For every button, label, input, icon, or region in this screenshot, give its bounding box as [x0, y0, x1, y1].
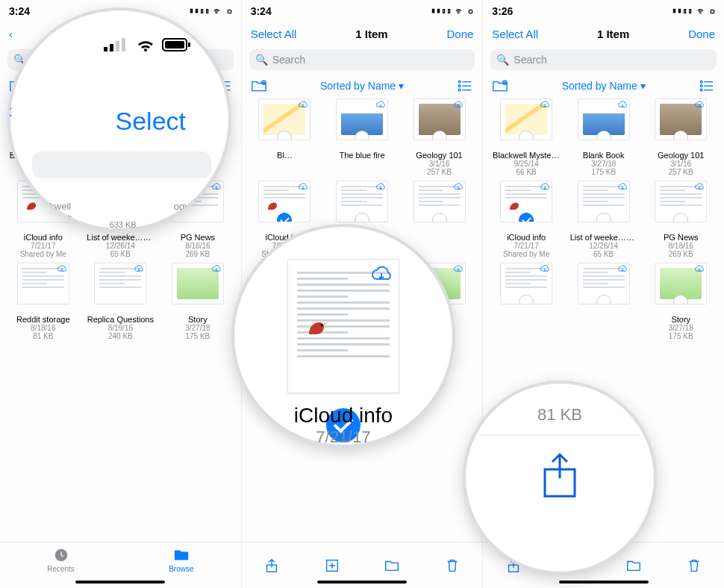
trash-button[interactable] [686, 557, 702, 574]
cloud-download-icon [453, 265, 464, 274]
file-thumb[interactable] [655, 98, 707, 140]
file-thumb[interactable] [17, 263, 69, 304]
selection-indicator[interactable] [596, 295, 611, 304]
cloud-download-icon [453, 183, 464, 192]
file-thumb[interactable] [578, 98, 630, 140]
move-button[interactable] [384, 557, 400, 574]
home-indicator[interactable] [317, 581, 407, 584]
selection-indicator[interactable] [519, 213, 534, 222]
search-input[interactable]: 🔍 Search [490, 49, 717, 70]
file-thumb[interactable] [500, 98, 552, 140]
file-item[interactable]: List of weeke…ojects12/26/1465 KB [567, 181, 641, 258]
file-thumb[interactable] [500, 181, 552, 222]
tab-browse[interactable]: Browse [169, 547, 193, 573]
back-chevron-icon[interactable]: ‹ [7, 98, 13, 123]
cloud-download-icon [540, 101, 550, 110]
cloud-download-icon [298, 101, 308, 110]
file-thumb[interactable] [500, 263, 552, 304]
select-all-button[interactable]: Select All [492, 28, 538, 40]
file-thumb[interactable] [414, 98, 466, 140]
list-view-icon[interactable] [457, 79, 473, 93]
file-name: Geology 101 [658, 151, 704, 160]
file-item[interactable] [489, 263, 564, 340]
file-item[interactable]: Replica Questions8/19/16240 KB [84, 263, 158, 340]
file-item[interactable]: Bl… [248, 98, 322, 176]
move-button[interactable] [625, 557, 642, 574]
tab-recents[interactable]: Recents [47, 547, 75, 573]
sort-button[interactable]: Sorted by Name ▾ [320, 80, 404, 92]
file-thumb[interactable] [258, 181, 310, 222]
file-name: iCloud info [24, 233, 63, 242]
home-indicator[interactable] [559, 581, 649, 584]
file-thumb[interactable] [172, 263, 224, 304]
selection-indicator[interactable] [596, 131, 611, 140]
selection-indicator[interactable] [432, 213, 447, 222]
file-item[interactable]: iCloud info7/21/17Shared by Me [489, 181, 564, 258]
selection-indicator[interactable] [277, 213, 292, 222]
selection-indicator[interactable] [673, 131, 688, 140]
home-indicator[interactable] [75, 581, 165, 584]
file-item[interactable]: The blue fire [325, 98, 399, 176]
selection-indicator[interactable] [673, 213, 688, 222]
file-item[interactable]: Story3/27/18175 KB [643, 263, 718, 340]
new-folder-icon[interactable] [492, 79, 508, 93]
new-folder-icon[interactable] [251, 79, 267, 93]
selection-indicator[interactable] [596, 213, 611, 222]
file-thumb[interactable] [336, 181, 388, 222]
selection-indicator[interactable] [432, 131, 447, 140]
done-button[interactable]: Done [688, 28, 715, 40]
file-item[interactable]: Blank Book3/27/18175 KB [567, 98, 641, 176]
search-bar-zoom[interactable] [32, 151, 211, 178]
share-button[interactable] [263, 557, 280, 574]
trash-button[interactable] [444, 557, 461, 574]
add-button[interactable] [324, 557, 340, 574]
file-item[interactable]: Story3/27/18175 KB [160, 263, 235, 340]
file-item[interactable]: Reddit storage8/18/1681 KB [6, 263, 81, 340]
file-thumb[interactable] [655, 263, 707, 304]
file-thumb[interactable] [336, 98, 388, 140]
cloud-download-icon [694, 183, 705, 192]
select-all-button[interactable]: Select All [251, 28, 297, 40]
view-toolbar: Sorted by Name ▾ [483, 75, 724, 93]
search-input[interactable]: 🔍 Search [249, 49, 475, 70]
file-thumb[interactable] [578, 263, 630, 304]
selection-indicator[interactable] [355, 213, 369, 222]
cloud-download-icon [298, 183, 308, 192]
svg-rect-19 [116, 41, 119, 51]
file-item[interactable] [402, 181, 477, 258]
file-thumb[interactable] [655, 181, 707, 222]
select-button-zoom[interactable]: Select [116, 107, 187, 136]
file-item[interactable] [567, 263, 641, 340]
selection-indicator[interactable] [673, 295, 688, 304]
file-thumb[interactable] [258, 98, 310, 140]
selection-indicator[interactable] [277, 131, 292, 140]
back-button[interactable]: ‹ [9, 28, 13, 40]
status-icons: ▮▮▯▯ ᯤ ▢ [672, 6, 715, 16]
file-date: 3/27/18 [185, 324, 210, 332]
selection-indicator[interactable] [519, 295, 534, 304]
file-thumb[interactable] [414, 181, 466, 222]
svg-point-7 [459, 85, 461, 87]
selection-count: 1 Item [597, 28, 629, 40]
search-placeholder: Search [514, 54, 546, 66]
file-item[interactable]: Geology 1013/1/16257 KB [402, 98, 477, 176]
status-icons: ▮▮▯▯ ᯤ ▢ [431, 6, 474, 16]
file-size: 81 KB [33, 332, 53, 340]
selection-indicator[interactable] [519, 131, 534, 140]
cloud-download-icon [617, 101, 628, 110]
file-item[interactable]: Blackwell Mysteries9/25/1466 KB [489, 98, 564, 176]
share-icon-zoom[interactable] [537, 450, 582, 505]
file-size: 269 KB [669, 250, 693, 258]
sort-button[interactable]: Sorted by Name ▾ [562, 80, 646, 92]
file-item[interactable]: Geology 1013/1/16257 KB [643, 98, 718, 176]
file-name: Geology 101 [416, 151, 462, 160]
svg-point-24 [321, 325, 323, 327]
file-thumb[interactable] [94, 263, 146, 304]
list-view-icon[interactable] [699, 79, 715, 93]
status-time: 3:24 [251, 5, 272, 17]
file-thumb[interactable] [578, 181, 630, 222]
file-item[interactable]: PG News8/18/16269 KB [643, 181, 718, 258]
file-date: 8/18/16 [669, 242, 693, 250]
selection-indicator[interactable] [355, 131, 369, 140]
done-button[interactable]: Done [446, 28, 473, 40]
